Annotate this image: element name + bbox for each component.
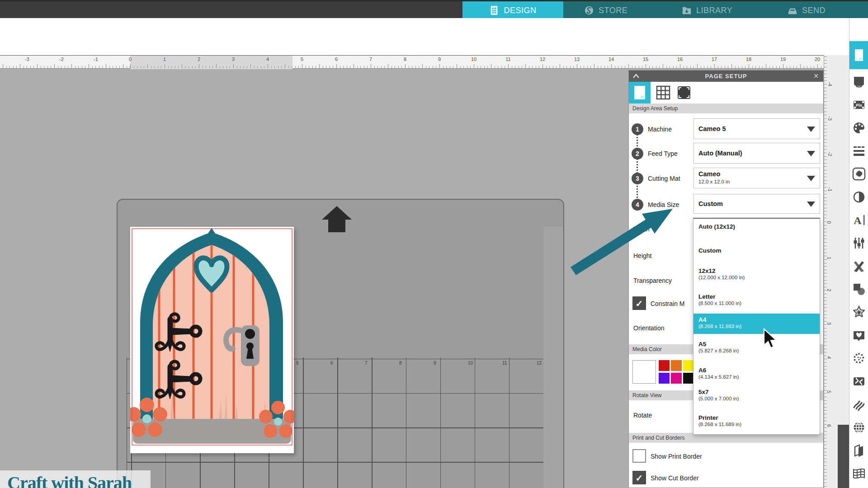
vruler-number: 4 [826,356,832,359]
tool-offset-icon[interactable] [849,302,868,323]
tool-globe-icon[interactable] [849,417,868,438]
media-size-option-letter[interactable]: Letter(8.500 x 11.000 in) [693,293,820,306]
mat-grid-number: 6 [330,361,333,366]
tool-sticker-icon[interactable] [849,164,868,184]
label-media-size: Media Size [648,201,679,208]
tab-send-label: SEND [802,6,826,15]
mat-grid-number: 12 [537,361,542,366]
vruler-number: -2 [827,152,833,156]
hruler-number: 18 [746,56,751,62]
option-title: 5x7 [698,389,820,395]
step-number-1: 1 [632,123,643,135]
label-rotate: Rotate [633,412,652,419]
tab-store[interactable]: STORE [584,1,627,19]
svg-text:A: A [854,215,862,226]
tab-library-label: LIBRARY [696,6,732,15]
watermark-text: Craft with Sarah [7,472,132,488]
media-color-swatch[interactable] [683,360,694,371]
vruler-number: 5 [826,390,832,393]
selected-value: Cameo 5 [698,125,726,132]
option-title: Custom [698,247,820,254]
tool-modify-icon[interactable] [849,279,868,300]
machine-select[interactable]: Cameo 5 [693,118,820,139]
registration-mark-icon [677,85,691,100]
tool-line-style-icon[interactable] [849,141,868,161]
tool-flip-icon[interactable] [849,440,868,461]
option-title: A5 [698,341,820,347]
mat-grid-number: 11 [502,361,507,366]
tool-shading-icon[interactable] [849,187,868,207]
media-size-option-a4[interactable]: A4(8.268 x 11.693 in) [693,314,820,334]
tool-eraser-icon[interactable] [849,256,868,277]
media-color-swatch[interactable] [671,360,682,371]
panel-tab-row [629,82,823,103]
tool-send-heart-icon[interactable] [849,325,868,346]
media-size-option-5x7[interactable]: 5x7(5.000 x 7.000 in) [693,389,820,401]
media-size-option-printer[interactable]: Printer(8.268 x 11.689 in) [693,414,820,427]
option-title: Letter [698,293,820,300]
svg-text:Pix: Pix [856,103,862,108]
hruler-number: 16 [677,56,683,62]
option-title: Auto (12x12) [698,223,820,230]
label-show-print-border: Show Print Border [651,453,702,460]
vruler-number: 0 [826,221,832,224]
option-dimensions: (12.000 x 12.000 in) [698,275,820,280]
selected-value: Auto (Manual) [698,150,742,157]
tool-color-settings-icon[interactable] [849,117,868,138]
design-page[interactable] [130,227,294,453]
store-icon [584,5,594,15]
tool-pixscan-icon[interactable]: Pix [849,94,868,115]
media-color-swatch[interactable] [671,373,682,384]
media-color-swatch[interactable] [659,373,670,384]
media-size-option-custom[interactable]: Custom [693,247,820,254]
show-cut-border-checkbox[interactable]: ✓ [632,471,646,484]
media-color-swatch[interactable] [683,373,694,384]
media-size-option-a5[interactable]: A5(5.827 x 8.268 in) [693,341,820,353]
show-print-border-checkbox[interactable] [632,449,646,463]
selected-value: Custom [698,200,723,207]
hruler-number: 1 [163,56,166,62]
library-folder-icon [682,5,692,15]
tab-registration-marks[interactable] [673,82,695,103]
vruler-number: 1 [826,257,832,259]
fairy-door-design[interactable] [130,228,294,445]
cutting-mat-select[interactable]: Cameo12.0 x 12.0 in [693,168,820,188]
vruler-number: -4 [827,82,833,86]
tool-rhinestone-icon[interactable] [849,348,868,369]
tab-design-label: DESIGN [504,6,536,15]
option-title: A4 [698,316,820,323]
constrain-checkbox[interactable]: ✓ [632,296,646,310]
option-title: Printer [698,414,820,421]
media-size-option-12x12[interactable]: 12x12(12.000 x 12.000 in) [693,267,820,280]
media-size-option-a6[interactable]: A6(4.134 x 5.827 in) [693,367,820,380]
feed-type-select[interactable]: Auto (Manual) [693,143,820,164]
tool-transform-icon[interactable] [849,233,868,253]
tab-send[interactable]: SEND [788,1,826,19]
media-color-selected-swatch[interactable] [632,360,656,384]
tab-grid-settings[interactable] [652,82,674,103]
vruler-number: 6 [826,424,832,427]
tool-page-setup-icon[interactable] [849,41,868,69]
tab-design[interactable]: DESIGN [462,1,563,19]
vruler-number: 2 [826,289,832,291]
media-color-swatch[interactable] [659,360,670,371]
hruler-number: 7 [369,56,372,62]
collapse-panel-button[interactable] [632,70,642,82]
tool-sketch-icon[interactable] [849,394,868,415]
tool-cutting-mat-icon[interactable] [849,71,868,92]
label-feed-type: Feed Type [648,150,678,157]
media-size-option-auto-12x12-[interactable]: Auto (12x12) [693,223,820,230]
tool-weld-icon[interactable] [849,371,868,392]
tool-text-icon[interactable]: A [849,210,868,230]
dropdown-arrow-icon [807,202,815,207]
label-orientation: Orientation [633,324,664,332]
media-size-select[interactable]: Custom [693,194,820,214]
hruler-number: 8 [404,56,406,62]
tab-page-setup[interactable] [629,82,651,103]
hruler-number: 2 [198,56,200,62]
close-panel-button[interactable]: ✕ [811,70,821,82]
tool-warp-icon[interactable] [849,463,868,484]
label-cutting-mat: Cutting Mat [648,175,680,182]
tab-library[interactable]: LIBRARY [682,1,732,19]
hruler-number: 4 [266,56,269,62]
